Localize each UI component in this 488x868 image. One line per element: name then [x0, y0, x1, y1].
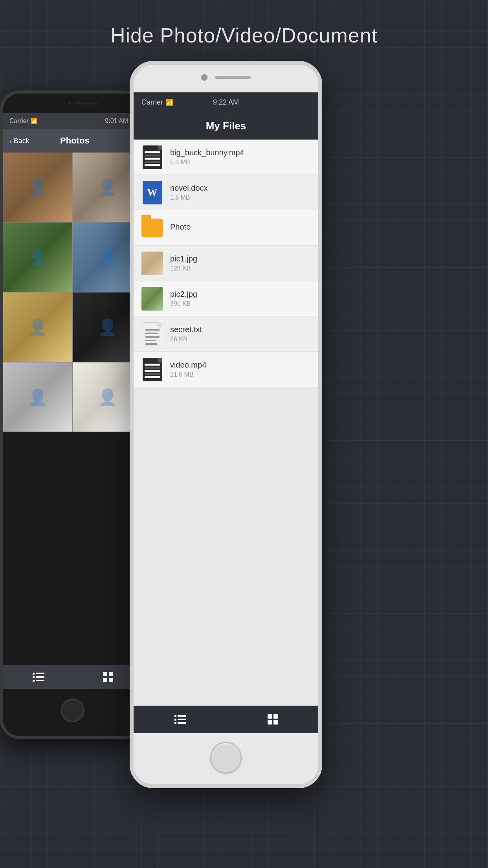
back-speaker-bar: [75, 102, 98, 105]
file-name-video2: video.mp4: [170, 360, 310, 370]
file-name-pic2: pic2.jpg: [170, 290, 310, 299]
file-icon-video2: [141, 357, 163, 382]
front-time: 9:22 AM: [213, 98, 239, 107]
file-icon-txt: [141, 321, 163, 347]
file-icon-folder: [141, 215, 163, 241]
file-item-folder[interactable]: Photo: [134, 210, 318, 246]
front-carrier: Carrier: [141, 98, 163, 107]
file-name-pic1: pic1.jpg: [170, 254, 310, 263]
file-name-txt: secret.txt: [170, 325, 310, 334]
photo-5[interactable]: [3, 292, 72, 362]
back-wifi-icon: 📶: [31, 118, 37, 124]
file-item-txt[interactable]: secret.txt 26 KB: [134, 316, 318, 352]
video2-file-icon: [143, 358, 162, 381]
front-grid-view-button[interactable]: [268, 714, 278, 725]
photo1-thumbnail: [141, 252, 163, 275]
back-button-label[interactable]: Back: [14, 137, 29, 145]
back-toolbar: [3, 665, 142, 689]
file-size-pic2: 391 KB: [170, 300, 310, 307]
front-speaker-bar: [215, 76, 251, 79]
file-size-txt: 26 KB: [170, 336, 310, 343]
file-icon-pic2: [141, 286, 163, 311]
file-icon-video1: [141, 144, 163, 170]
file-size-docx: 1.5 MB: [170, 194, 310, 201]
file-list: big_buck_bunny.mp4 5.3 MB W novel.docx 1…: [134, 140, 318, 387]
video-file-icon: [143, 145, 162, 169]
file-info-folder: Photo: [170, 223, 310, 233]
back-button[interactable]: ‹ Back: [9, 136, 29, 145]
file-info-pic1: pic1.jpg 128 KB: [170, 254, 310, 272]
file-icon-docx: W: [141, 180, 163, 205]
file-name-docx: novel.docx: [170, 184, 310, 193]
file-item-pic2[interactable]: pic2.jpg 391 KB: [134, 281, 318, 316]
file-name-video1: big_buck_bunny.mp4: [170, 148, 310, 157]
photo-3[interactable]: [3, 223, 72, 292]
back-chevron-icon: ‹: [9, 136, 12, 145]
back-nav-bar: ‹ Back Photos: [3, 129, 142, 153]
file-info-pic2: pic2.jpg 391 KB: [170, 290, 310, 307]
file-item-docx[interactable]: W novel.docx 1.5 MB: [134, 175, 318, 210]
back-carrier: Carrier: [9, 118, 29, 125]
file-name-folder: Photo: [170, 223, 310, 232]
photo-7[interactable]: [3, 362, 72, 432]
front-toolbar: [134, 706, 318, 733]
word-file-icon: W: [143, 181, 162, 204]
front-nav-title: My Files: [206, 120, 246, 132]
file-info-video2: video.mp4 21.6 MB: [170, 360, 310, 378]
file-info-video1: big_buck_bunny.mp4 5.3 MB: [170, 148, 310, 166]
phone-back: Carrier 📶 9:01 AM ‹ Back Photos: [0, 90, 145, 739]
file-icon-pic1: [141, 250, 163, 276]
back-home-button[interactable]: [61, 699, 84, 722]
photo2-thumbnail: [141, 287, 163, 311]
front-nav-bar: My Files: [134, 112, 318, 140]
front-home-button[interactable]: [210, 742, 242, 773]
phone-front: Carrier 📶 9:22 AM My Files: [130, 61, 322, 788]
file-item-video2[interactable]: video.mp4 21.6 MB: [134, 352, 318, 387]
front-camera-dot: [201, 74, 207, 81]
file-item-pic1[interactable]: pic1.jpg 128 KB: [134, 246, 318, 281]
file-item-video1[interactable]: big_buck_bunny.mp4 5.3 MB: [134, 140, 318, 175]
front-status-bar: Carrier 📶 9:22 AM: [134, 92, 318, 112]
back-nav-title: Photos: [60, 136, 90, 146]
photo-grid: [3, 153, 142, 432]
page-title: Hide Photo/Video/Document: [0, 0, 488, 67]
back-list-view-button[interactable]: [33, 673, 44, 682]
photo-1[interactable]: [3, 153, 72, 222]
front-camera-area: [201, 74, 251, 81]
front-wifi-icon: 📶: [165, 99, 173, 106]
file-size-video2: 21.6 MB: [170, 371, 310, 378]
file-size-video1: 5.3 MB: [170, 159, 310, 166]
file-size-pic1: 128 KB: [170, 265, 310, 272]
txt-file-icon: [143, 322, 162, 346]
back-time: 9:01 AM: [105, 118, 128, 125]
back-camera-dot: [67, 101, 72, 105]
back-grid-view-button[interactable]: [103, 672, 113, 682]
front-list-view-button[interactable]: [174, 715, 186, 724]
back-status-bar: Carrier 📶 9:01 AM: [3, 113, 142, 129]
file-info-txt: secret.txt 26 KB: [170, 325, 310, 343]
folder-icon: [141, 219, 163, 237]
file-info-docx: novel.docx 1.5 MB: [170, 184, 310, 201]
